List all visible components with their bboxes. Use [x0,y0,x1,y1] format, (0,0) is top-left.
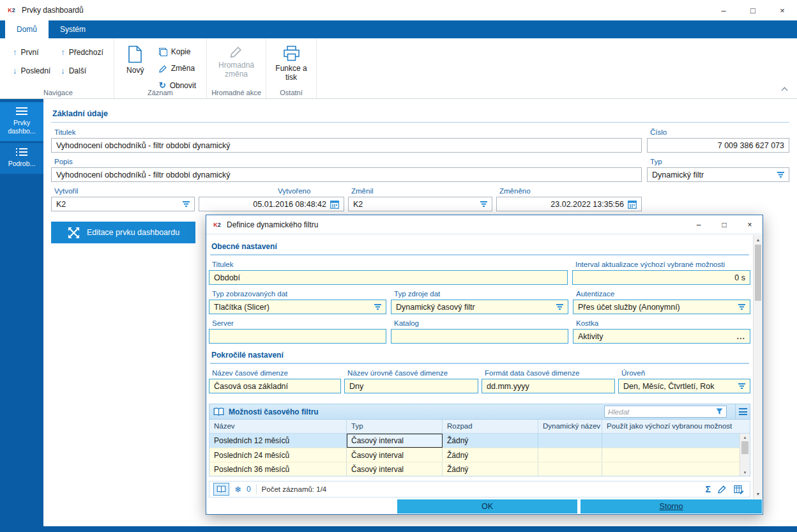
uroven-dim-field[interactable]: Dny [344,379,478,393]
column-header-nazev[interactable]: Název [209,420,347,433]
table-menu-button[interactable] [735,404,750,419]
typ-dat-combobox[interactable]: Tlačítka (Slicer) [209,300,386,314]
maximize-button[interactable]: □ [738,0,768,20]
ribbon-group-ostatni: Funkce a tisk Ostatní [266,38,317,98]
first-button[interactable]: ↑První [9,46,54,58]
typ-combobox[interactable]: Dynamický filtr [647,167,789,182]
scroll-up-icon[interactable]: ▲ [740,434,750,441]
cell-typ[interactable]: Časový interval [347,448,443,462]
cell-pouzit[interactable] [602,448,740,462]
titulek-field[interactable]: Vyhodnocení obchodníků - filtr období dy… [51,138,642,153]
crossed-arrows-icon [67,226,80,239]
table-row[interactable]: Posledních 36 měsíců Časový interval Žád… [209,462,740,476]
table-row[interactable]: Posledních 12 měsíců Časový interval Žád… [209,434,740,448]
scrollbar-thumb[interactable] [741,441,748,454]
interval-field[interactable]: 0 s [572,270,750,285]
section-advanced-title: Pokročilé nastavení [210,349,749,364]
typ-zdroje-combobox[interactable]: Dynamický časový filtr [391,300,568,314]
zmeneno-datefield[interactable]: 23.02.2022 13:35:56 [496,197,642,211]
tab-home[interactable]: Domů [5,20,49,38]
scrollbar-thumb[interactable] [755,245,761,301]
table-header-bar: Možnosti časového filtru [209,404,750,420]
tab-system[interactable]: Systém [49,20,97,38]
edit-dashboard-element-button[interactable]: Editace prvku dashboardu [51,222,195,243]
zmenil-combobox[interactable]: K2 [348,197,492,211]
vytvoreno-datefield[interactable]: 05.01.2016 08:48:42 [199,197,344,211]
cislo-field[interactable]: 7 009 386 627 073 [647,138,789,153]
vytvoril-combobox[interactable]: K2 [51,197,195,211]
cell-typ-focused[interactable]: Časový interval [347,434,443,448]
katalog-field[interactable] [391,329,568,344]
dialog-minimize-button[interactable]: – [686,215,711,234]
cell-dynamicky-nazev[interactable] [538,448,602,462]
functions-print-button[interactable]: Funkce a tisk [273,41,310,84]
previous-button[interactable]: ↑Předchozí [57,46,107,58]
combo-dropdown-icon[interactable] [480,201,487,207]
cell-nazev[interactable]: Posledních 12 měsíců [209,434,347,448]
cell-pouzit[interactable] [602,434,740,448]
records-count-label: Počet záznamů: 1/4 [262,485,327,493]
column-header-rozpad[interactable]: Rozpad [443,420,538,433]
snowflake-icon[interactable]: ❄ [234,485,241,494]
cell-dynamicky-nazev[interactable] [538,462,602,476]
cell-pouzit[interactable] [602,462,740,476]
filter-funnel-icon[interactable] [716,408,723,415]
sum-sigma-icon[interactable]: Σ [706,484,711,494]
table-search-box[interactable] [604,406,727,418]
minimize-button[interactable]: – [709,0,738,20]
cell-rozpad[interactable]: Žádný [443,462,538,476]
table-row[interactable]: Posledních 24 měsíců Časový interval Žád… [209,448,740,462]
cell-rozpad[interactable]: Žádný [443,434,538,448]
column-header-dynamicky-nazev[interactable]: Dynamický název [538,420,602,433]
next-button[interactable]: ↓Další [57,65,107,77]
grid-edit-icon[interactable] [734,485,744,494]
copy-button[interactable]: Kopie [155,46,200,57]
detail-view-toggle-button[interactable] [213,483,229,496]
uroven-combobox[interactable]: Den, Měsíc, Čtvrtletí, Rok [618,379,750,393]
storno-button[interactable]: Storno [581,499,762,513]
cell-nazev[interactable]: Posledních 24 měsíců [209,448,347,462]
combo-dropdown-icon[interactable] [556,304,563,310]
combo-dropdown-icon[interactable] [777,172,784,178]
ellipsis-browse-button[interactable]: ... [737,332,745,341]
dialog-maximize-button[interactable]: □ [711,215,737,234]
search-input[interactable] [608,408,713,416]
format-field[interactable]: dd.mm.yyyy [482,379,615,393]
combo-dropdown-icon[interactable] [183,201,190,207]
combo-dropdown-icon[interactable] [738,383,745,389]
scroll-down-icon[interactable]: ▼ [754,490,763,498]
dim-field[interactable]: Časová osa základní [209,379,341,393]
format-value: dd.mm.yyyy [487,382,610,391]
pencil-icon[interactable] [718,485,727,494]
cell-dynamicky-nazev[interactable] [538,434,602,448]
collapse-ribbon-chevron-icon[interactable] [782,87,788,94]
combo-dropdown-icon[interactable] [738,304,745,310]
calendar-icon[interactable] [330,200,339,209]
cell-rozpad[interactable]: Žádný [443,448,538,462]
server-field[interactable] [209,329,386,344]
table-status-bar: ❄ 0 Počet záznamů: 1/4 Σ [209,481,750,498]
sidebar-item-prvky-dashboardu[interactable]: Prvky dashbo... [0,102,43,141]
change-button[interactable]: Změna [155,63,200,74]
popis-field[interactable]: Vyhodnocení obchodníků - filtr období dy… [51,167,642,182]
kostka-field[interactable]: Aktivity ... [573,329,750,344]
cell-typ[interactable]: Časový interval [347,462,443,476]
scroll-down-icon[interactable]: ▼ [740,469,750,476]
dlg-titulek-value: Období [214,273,563,282]
column-header-pouzit[interactable]: Použít jako výchozí vybranou možnost [602,420,740,433]
table-scrollbar[interactable]: ▲ ▼ [740,434,750,476]
close-button[interactable]: × [768,0,797,20]
autentizace-combobox[interactable]: Přes účet služby (Anonymní) [573,300,750,314]
dlg-titulek-field[interactable]: Období [209,270,568,285]
ok-button[interactable]: OK [397,499,577,513]
cell-nazev[interactable]: Posledních 36 měsíců [209,462,347,476]
calendar-icon[interactable] [628,200,637,209]
column-header-typ[interactable]: Typ [347,420,443,433]
scroll-up-icon[interactable]: ▲ [754,236,763,244]
dialog-scrollbar[interactable]: ▲ ▼ [753,235,763,499]
dialog-close-button[interactable]: × [737,215,763,234]
last-button[interactable]: ↓Poslední [9,65,54,77]
combo-dropdown-icon[interactable] [374,304,381,310]
new-button[interactable]: Nový [121,41,150,91]
sidebar-item-podrobnosti[interactable]: Podrob... [0,143,43,174]
